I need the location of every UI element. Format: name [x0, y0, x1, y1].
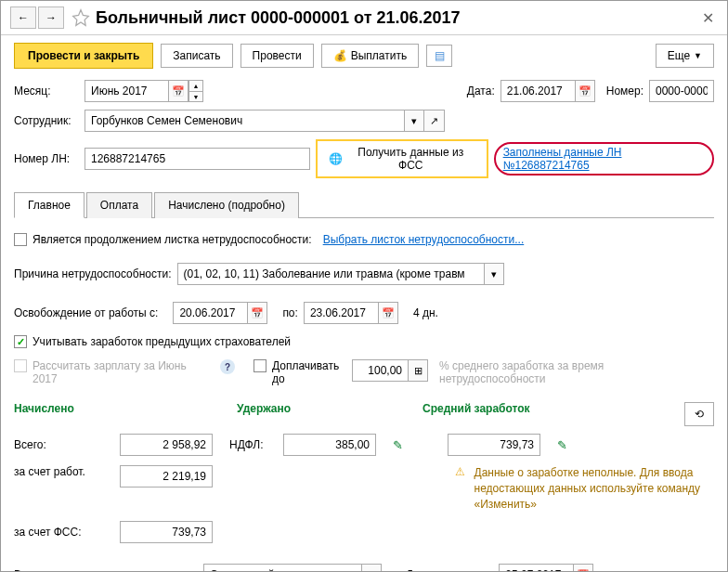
refresh-icon: ⟲ [695, 408, 704, 421]
ln-number-input[interactable] [84, 148, 310, 170]
recalc-salary-checkbox [14, 359, 27, 372]
edit-avg-icon[interactable]: ✎ [557, 438, 567, 452]
total-label: Всего: [14, 438, 103, 451]
month-up-button[interactable]: ▲ [188, 80, 203, 91]
month-input[interactable] [84, 80, 168, 102]
payout-label: Выплата: [14, 568, 103, 572]
employee-label: Сотрудник: [14, 114, 79, 127]
save-button[interactable]: Записать [161, 44, 232, 68]
payout-date-input[interactable] [499, 564, 573, 572]
help-icon[interactable]: ? [220, 359, 235, 374]
date-input[interactable] [500, 80, 575, 102]
withheld-header: Удержано [237, 402, 422, 426]
select-sick-list-link[interactable]: Выбрать листок нетрудоспособности... [323, 233, 525, 246]
warning-icon: ⚠ [455, 465, 465, 478]
absence-from-input[interactable] [173, 302, 247, 324]
date-label: Дата: [467, 84, 495, 98]
days-count: 4 дн. [413, 306, 438, 319]
page-title: Больничный лист 0000-000001 от 21.06.201… [96, 8, 698, 28]
tab-accrued-details[interactable]: Начислено (подробно) [154, 192, 299, 218]
tab-payment[interactable]: Оплата [86, 192, 152, 218]
calendar-icon[interactable]: 📅 [247, 302, 267, 324]
favorite-star-icon[interactable] [72, 8, 90, 27]
close-icon[interactable]: ✕ [698, 9, 718, 27]
document-icon-button[interactable]: ▤ [426, 45, 452, 67]
dropdown-icon[interactable]: ▾ [361, 564, 382, 572]
continuation-label: Является продолжением листка нетрудоспос… [32, 233, 312, 246]
pay-extra-checkbox[interactable] [254, 359, 266, 372]
accrued-header: Начислено [14, 402, 237, 426]
absence-to-input[interactable] [304, 302, 378, 324]
more-button[interactable]: Еще ▼ [656, 44, 714, 68]
percent-input[interactable] [352, 359, 408, 382]
percent-note: % среднего заработка за время нетрудоспо… [439, 359, 644, 385]
refresh-button[interactable]: ⟲ [684, 402, 714, 426]
pay-extra-label: Доплачивать до [272, 359, 346, 385]
employee-input[interactable] [84, 110, 404, 132]
money-icon: 💰 [333, 49, 347, 62]
ln-data-link[interactable]: Заполнены данные ЛН №126887214765 [494, 142, 714, 176]
total-input[interactable] [120, 434, 213, 456]
reason-select[interactable] [177, 263, 484, 285]
payout-select[interactable] [203, 564, 361, 572]
recalc-salary-label: Рассчитать зарплату за Июнь 2017 [32, 359, 209, 385]
prev-insurers-checkbox[interactable] [14, 335, 27, 348]
calendar-icon[interactable]: 📅 [168, 80, 188, 102]
number-label: Номер: [606, 84, 644, 98]
continuation-checkbox[interactable] [14, 233, 27, 246]
employer-label: за счет работ. [14, 465, 103, 478]
fss-share-label: за счет ФСС: [14, 526, 103, 539]
dropdown-icon[interactable]: ▾ [484, 263, 504, 285]
avg-earnings-header: Средний заработок [422, 402, 684, 426]
open-icon[interactable]: ↗ [424, 110, 445, 132]
payout-date-label: Дата выплаты: [406, 568, 482, 572]
post-button[interactable]: Провести [240, 44, 314, 68]
ndfl-input[interactable] [283, 434, 376, 456]
calendar-icon[interactable]: 📅 [573, 564, 593, 572]
calendar-icon[interactable]: 📅 [575, 80, 595, 102]
nav-back-button[interactable]: ← [10, 6, 36, 29]
nav-forward-button[interactable]: → [38, 6, 64, 29]
pay-button[interactable]: 💰 Выплатить [321, 44, 420, 68]
fss-share-input[interactable] [120, 521, 213, 543]
get-fss-data-button[interactable]: 🌐 Получить данные из ФСС [316, 139, 488, 178]
calendar-icon[interactable]: 📅 [378, 302, 398, 324]
earnings-warning: Данные о заработке неполные. Для ввода н… [474, 465, 714, 512]
tab-main[interactable]: Главное [14, 192, 84, 218]
document-icon: ▤ [435, 49, 445, 62]
avg-earnings-input[interactable] [448, 434, 540, 456]
employer-input[interactable] [120, 465, 213, 488]
edit-ndfl-icon[interactable]: ✎ [393, 438, 403, 452]
ndfl-label: НДФЛ: [229, 438, 266, 451]
absence-from-label: Освобождение от работы с: [14, 306, 158, 319]
month-label: Месяц: [14, 84, 79, 98]
month-down-button[interactable]: ▼ [188, 91, 203, 102]
post-and-close-button[interactable]: Провести и закрыть [14, 43, 153, 69]
prev-insurers-label: Учитывать заработок предыдущих страховат… [32, 335, 291, 348]
ln-number-label: Номер ЛН: [14, 152, 79, 165]
globe-icon: 🌐 [329, 152, 343, 165]
calculator-icon[interactable]: ⊞ [408, 359, 428, 382]
chevron-down-icon: ▼ [694, 51, 702, 60]
reason-label: Причина нетрудоспособности: [14, 267, 172, 280]
number-input[interactable] [649, 80, 714, 102]
dropdown-icon[interactable]: ▾ [404, 110, 424, 132]
absence-to-label: по: [282, 306, 298, 319]
